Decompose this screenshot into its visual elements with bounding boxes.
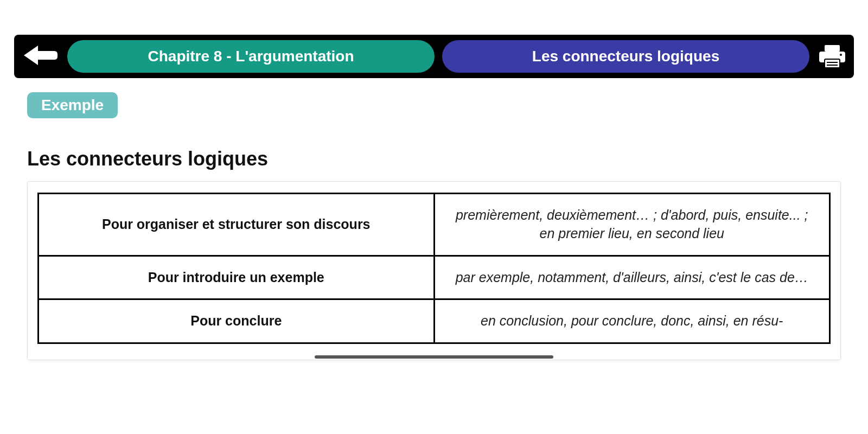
example-tag: Exemple xyxy=(27,92,118,118)
print-button[interactable] xyxy=(817,43,847,70)
row-label: Pour conclure xyxy=(39,299,435,343)
back-arrow-icon xyxy=(21,43,60,69)
page-title: Les connecteurs logiques xyxy=(27,148,841,170)
row-values: par exemple, notamment, d'ailleurs, ains… xyxy=(434,256,830,299)
topic-label: Les connecteurs logiques xyxy=(532,48,719,65)
topic-pill[interactable]: Les connecteurs logiques xyxy=(442,40,809,73)
row-label: Pour organiser et structurer son discour… xyxy=(39,194,435,256)
svg-rect-2 xyxy=(825,59,840,68)
content-area: Exemple Les connecteurs logiques Pour or… xyxy=(14,78,854,360)
svg-rect-0 xyxy=(825,45,840,52)
horizontal-scrollbar[interactable] xyxy=(315,355,553,359)
page: Chapitre 8 - L'argumentation Les connect… xyxy=(0,0,868,360)
table-row: Pour organiser et structurer son discour… xyxy=(39,194,830,256)
row-values: en conclusion, pour conclure, donc, ains… xyxy=(434,299,830,343)
table-row: Pour conclure en conclusion, pour conclu… xyxy=(39,299,830,343)
svg-point-5 xyxy=(840,54,842,56)
chapter-pill[interactable]: Chapitre 8 - L'argumentation xyxy=(67,40,435,73)
back-button[interactable] xyxy=(21,43,60,69)
row-values: premièrement, deuxièmement… ; d'abord, p… xyxy=(434,194,830,256)
top-bar: Chapitre 8 - L'argumentation Les connect… xyxy=(14,35,854,78)
table-card: Pour organiser et structurer son discour… xyxy=(27,181,841,360)
example-tag-label: Exemple xyxy=(41,97,104,113)
table-row: Pour introduire un exemple par exemple, … xyxy=(39,256,830,299)
row-label: Pour introduire un exemple xyxy=(39,256,435,299)
chapter-label: Chapitre 8 - L'argumentation xyxy=(148,48,354,65)
connectors-table: Pour organiser et structurer son discour… xyxy=(37,193,831,344)
printer-icon xyxy=(817,43,847,70)
